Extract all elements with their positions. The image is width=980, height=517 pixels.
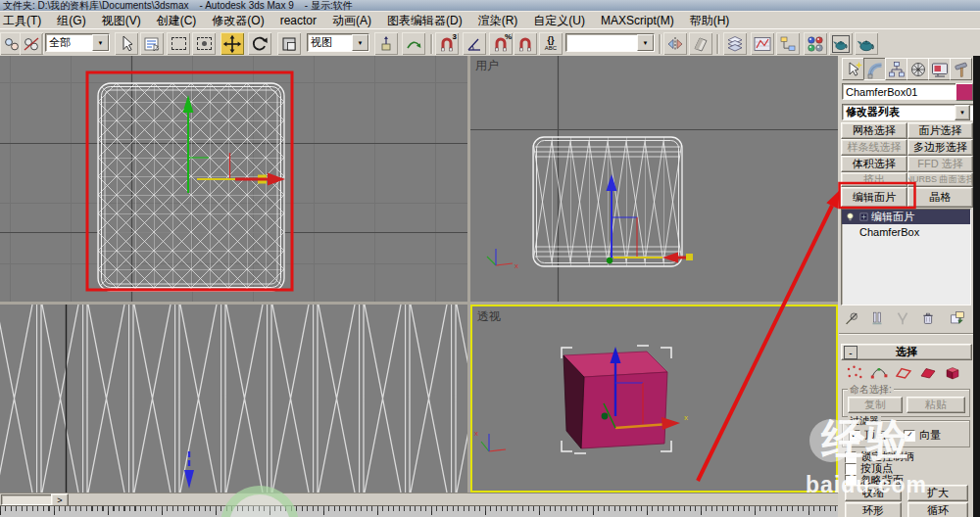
time-ruler[interactable] bbox=[0, 505, 838, 517]
curve-editor-icon[interactable] bbox=[751, 32, 774, 55]
extrude-button[interactable]: 挤出 bbox=[841, 172, 907, 187]
viewport-perspective-canvas: x x bbox=[472, 306, 836, 491]
ffd-select-button[interactable]: FFD 选择 bbox=[907, 156, 973, 172]
snaps-toggle-3d-icon[interactable]: 3 bbox=[435, 32, 459, 55]
stack-item-edit-patch[interactable]: 编辑面片 bbox=[842, 210, 970, 224]
edit-patch-button[interactable]: 编辑面片 bbox=[841, 187, 907, 208]
subobject-handle-icon[interactable] bbox=[869, 363, 889, 383]
menu-maxscript[interactable]: MAXScript(M) bbox=[593, 13, 682, 28]
poly-select-button[interactable]: 多边形选择 bbox=[907, 139, 973, 156]
menu-reactor[interactable]: reactor bbox=[272, 13, 324, 28]
window-crossing-icon[interactable] bbox=[192, 32, 216, 55]
viewport-user[interactable]: 用户 bbox=[470, 56, 838, 302]
percent-snap-icon[interactable]: % bbox=[489, 32, 513, 55]
menu-graph-editors[interactable]: 图表编辑器(D) bbox=[379, 12, 470, 30]
viewport-front[interactable] bbox=[0, 305, 467, 493]
nurbs-surface-select-button[interactable]: NURBS 曲面选择 bbox=[907, 172, 973, 187]
select-by-name-icon[interactable] bbox=[140, 32, 164, 55]
pin-stack-icon[interactable] bbox=[843, 309, 860, 327]
object-color-swatch[interactable] bbox=[956, 83, 973, 101]
lightbulb-icon[interactable] bbox=[844, 211, 857, 223]
select-object-icon[interactable] bbox=[115, 32, 138, 55]
subobject-element-icon[interactable] bbox=[943, 363, 962, 383]
stack-item-chamferbox[interactable]: ChamferBox bbox=[842, 224, 970, 239]
select-and-manipulate-icon[interactable] bbox=[402, 32, 425, 55]
window-title: 文件夹: D:\我的资料库\Documents\3dsmax - Autodes… bbox=[3, 0, 353, 11]
subobject-vertex-icon[interactable] bbox=[845, 363, 864, 383]
select-and-scale-icon[interactable] bbox=[277, 32, 301, 55]
use-pivot-center-icon[interactable] bbox=[374, 32, 398, 55]
object-name-field[interactable]: ChamferBox01 bbox=[842, 83, 958, 100]
patch-select-button[interactable]: 面片选择 bbox=[907, 122, 973, 139]
tab-hierarchy[interactable] bbox=[885, 58, 907, 80]
spline-select-button[interactable]: 样条线选择 bbox=[841, 139, 907, 156]
menu-create[interactable]: 创建(C) bbox=[149, 12, 205, 30]
tab-modify[interactable] bbox=[863, 58, 886, 80]
tab-motion[interactable] bbox=[906, 58, 929, 80]
paste-button[interactable]: 粘贴 bbox=[906, 397, 965, 413]
viewport-perspective[interactable]: 透视 x bbox=[470, 305, 838, 493]
reference-coordinate-dropdown[interactable]: 视图 ▼ bbox=[307, 33, 369, 52]
unlink-selection-icon[interactable] bbox=[20, 32, 43, 55]
mesh-select-button[interactable]: 网格选择 bbox=[841, 122, 907, 139]
checkbox-icon[interactable] bbox=[904, 430, 915, 442]
ring-button[interactable]: 环形 bbox=[845, 502, 902, 517]
chevron-down-icon[interactable]: ▼ bbox=[637, 34, 654, 51]
checkbox-icon[interactable] bbox=[849, 430, 860, 442]
vertex-filter-checkbox[interactable]: 顶点 bbox=[849, 428, 886, 443]
spinner-snap-icon[interactable] bbox=[514, 32, 537, 55]
tab-create[interactable] bbox=[842, 58, 864, 80]
vector-filter-checkbox[interactable]: 向量 bbox=[904, 428, 941, 443]
menu-animation[interactable]: 动画(A) bbox=[324, 12, 379, 30]
tab-display[interactable] bbox=[928, 58, 951, 80]
menu-tools[interactable]: 工具(T) bbox=[0, 12, 49, 30]
viewport-perspective-label[interactable]: 透视 bbox=[477, 308, 501, 325]
track-bar[interactable]: > bbox=[0, 493, 838, 506]
selection-filter-dropdown[interactable]: 全部 ▼ bbox=[45, 33, 110, 52]
menu-rendering[interactable]: 渲染(R) bbox=[470, 12, 526, 30]
quick-render-icon[interactable] bbox=[855, 32, 878, 55]
viewport-top[interactable] bbox=[0, 56, 467, 302]
snap-percent-label: % bbox=[505, 32, 512, 41]
configure-modifier-sets-icon[interactable] bbox=[949, 309, 966, 327]
schematic-view-icon[interactable] bbox=[776, 32, 800, 55]
subobject-edge-icon[interactable] bbox=[894, 363, 913, 383]
material-editor-icon[interactable] bbox=[804, 32, 827, 55]
lattice-button[interactable]: 晶格 bbox=[907, 187, 973, 208]
named-selection-sets-dropdown[interactable]: ▼ bbox=[565, 33, 655, 52]
track-bar-field bbox=[1, 494, 56, 505]
align-icon[interactable] bbox=[689, 32, 712, 55]
copy-button[interactable]: 复制 bbox=[848, 397, 903, 413]
menu-bar: 工具(T) 组(G) 视图(V) 创建(C) 修改器(O) reactor 动画… bbox=[0, 11, 980, 29]
menu-customize[interactable]: 自定义(U) bbox=[525, 12, 593, 30]
chevron-down-icon[interactable]: ▼ bbox=[955, 105, 970, 120]
select-and-rotate-icon[interactable] bbox=[248, 32, 271, 55]
collapse-icon[interactable]: - bbox=[844, 346, 858, 359]
named-selections-label: 命名选择: bbox=[848, 383, 894, 397]
layer-manager-icon[interactable] bbox=[723, 32, 747, 55]
subobject-patch-icon[interactable] bbox=[918, 363, 938, 383]
make-unique-icon[interactable] bbox=[894, 309, 911, 327]
modifier-stack-list[interactable]: 编辑面片 ChamferBox bbox=[841, 209, 971, 306]
viewport-user-label[interactable]: 用户 bbox=[475, 58, 499, 74]
grow-button[interactable]: 扩大 bbox=[907, 485, 968, 501]
selection-rollout-header[interactable]: - 选择 bbox=[841, 344, 972, 360]
shrink-button[interactable]: 收缩 bbox=[845, 485, 902, 501]
remove-modifier-icon[interactable] bbox=[919, 309, 937, 327]
render-setup-icon[interactable] bbox=[829, 32, 853, 55]
mirror-icon[interactable] bbox=[663, 32, 687, 55]
keyboard-shortcut-override-icon[interactable]: {}ABC bbox=[539, 32, 563, 55]
loop-button[interactable]: 循环 bbox=[907, 502, 968, 517]
show-end-result-icon[interactable] bbox=[868, 309, 886, 327]
menu-group[interactable]: 组(G) bbox=[49, 12, 93, 30]
chevron-down-icon[interactable]: ▼ bbox=[92, 34, 109, 51]
angle-snap-icon[interactable] bbox=[463, 32, 486, 55]
tab-utilities[interactable] bbox=[950, 58, 972, 80]
menu-help[interactable]: 帮助(H) bbox=[682, 12, 738, 30]
volume-select-button[interactable]: 体积选择 bbox=[841, 156, 907, 172]
menu-modifiers[interactable]: 修改器(O) bbox=[204, 12, 271, 30]
select-and-move-icon[interactable] bbox=[220, 32, 244, 55]
rectangular-selection-icon[interactable] bbox=[167, 32, 190, 55]
chevron-down-icon[interactable]: ▼ bbox=[352, 34, 368, 51]
menu-views[interactable]: 视图(V) bbox=[94, 12, 149, 30]
